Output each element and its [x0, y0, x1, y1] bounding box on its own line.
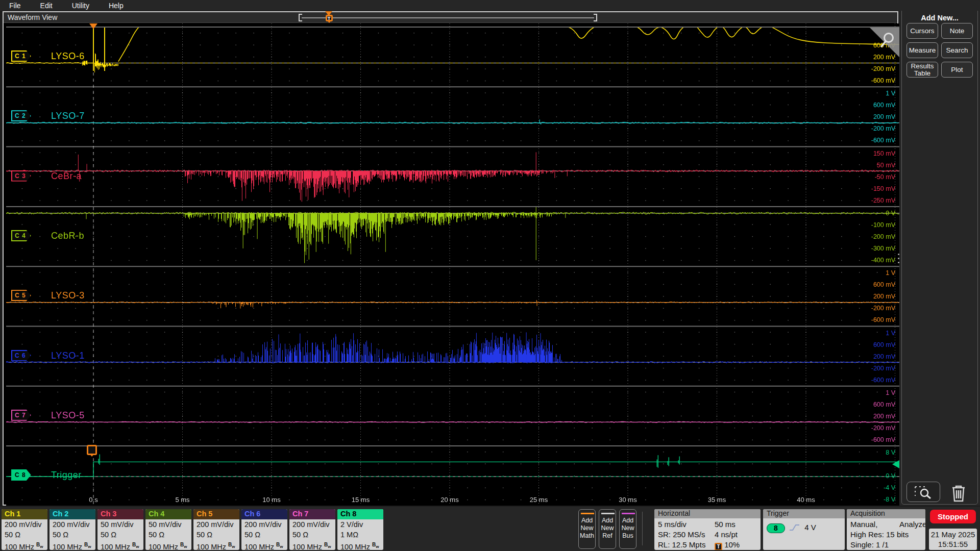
add-new-panel	[901, 9, 978, 505]
acquisition-highres: High Res: 15 bits	[850, 530, 925, 540]
date-label: 21 May 2025	[929, 530, 977, 539]
add-new-title: Add New...	[899, 14, 980, 22]
channel-name-c6[interactable]: LYSO-1	[51, 350, 85, 361]
delete-all-button[interactable]	[948, 483, 969, 505]
sidebar-button-measure[interactable]: Measure	[906, 42, 938, 58]
channel-settings-badge-ch5[interactable]: Ch 5200 mV/div50 Ω100 MHz Bw	[193, 509, 239, 550]
scale-label-c2-0: 1 V	[860, 90, 895, 97]
channel-name-c1[interactable]: LYSO-6	[51, 51, 85, 62]
channel-impedance: 50 Ω	[244, 530, 287, 540]
menu-item-help[interactable]: Help	[109, 2, 124, 10]
time-axis-label-0: 0 s	[78, 496, 109, 504]
channel-bandwidth: 100 MHz Bw	[197, 540, 239, 550]
waveform-plot-area[interactable]: C 1LYSO-6600 mV200 mV-200 mV-600 mVC 2LY…	[6, 23, 899, 506]
channel-settings-header-ch4: Ch 4	[145, 509, 191, 519]
record-overview-bar[interactable]: T	[299, 13, 597, 22]
scale-label-c7-3: -200 mV	[860, 424, 895, 432]
add-new-bus-button[interactable]: AddNewBus	[619, 509, 636, 549]
horizontal-record-length: RL: 12.5 Mpts	[658, 540, 705, 549]
channel-name-c4[interactable]: CebR-b	[51, 231, 84, 241]
right-sidebar: Add New... CursorsNoteMeasureSearchResul…	[899, 11, 980, 506]
channel-settings-badge-ch3[interactable]: Ch 350 mV/div50 Ω100 MHz Bw	[97, 509, 143, 550]
acquisition-single: Single: 1 /1	[850, 540, 925, 550]
rising-edge-icon	[789, 523, 800, 532]
bandwidth-limit-badge: Bw	[84, 542, 91, 547]
channel-bandwidth: 100 MHz Bw	[149, 540, 191, 550]
horizontal-resolution: 4 ns/pt	[715, 530, 738, 540]
horizontal-scale: 5 ms/div	[658, 520, 687, 529]
channel-impedance: 50 Ω	[149, 530, 191, 540]
trigger-point-flag[interactable]	[87, 445, 97, 455]
channel-impedance: 1 MΩ	[340, 530, 383, 540]
horizontal-trigger-position: 10%	[724, 540, 740, 549]
bandwidth-limit-badge: Bw	[132, 542, 139, 547]
channel-scale: 2 V/div	[340, 520, 383, 530]
add-new-ref-button[interactable]: AddNewRef	[599, 509, 616, 549]
channel-scale: 200 mV/div	[53, 520, 95, 530]
sidebar-button-search[interactable]: Search	[941, 42, 973, 58]
scale-label-c2-3: -200 mV	[860, 125, 895, 132]
channel-scale: 200 mV/div	[197, 520, 239, 530]
trigger-level-value: 4 V	[804, 523, 816, 532]
horizontal-panel-title: Horizontal	[654, 509, 761, 518]
time-label: 15:51:55	[929, 539, 977, 549]
menu-item-edit[interactable]: Edit	[40, 2, 53, 10]
channel-bandwidth: 100 MHz Bw	[340, 540, 383, 550]
overview-right-bracket[interactable]	[594, 14, 597, 21]
channel-name-c8[interactable]: Trigger	[51, 470, 82, 481]
sidebar-button-plot[interactable]: Plot	[941, 62, 973, 78]
waveform-canvas[interactable]	[6, 23, 899, 506]
channel-impedance: 50 Ω	[101, 530, 143, 540]
channel-settings-badge-ch2[interactable]: Ch 2200 mV/div50 Ω100 MHz Bw	[50, 509, 95, 550]
sidebar-button-cursors[interactable]: Cursors	[906, 23, 938, 39]
channel-bandwidth: 100 MHz Bw	[5, 540, 47, 550]
channel-settings-badge-ch4[interactable]: Ch 450 mV/div50 Ω100 MHz Bw	[145, 509, 191, 550]
channel-settings-badge-ch1[interactable]: Ch 1200 mV/div50 Ω100 MHz Bw	[2, 509, 47, 550]
channel-bandwidth: 100 MHz Bw	[101, 540, 143, 550]
scale-label-c4-4: -400 mV	[860, 257, 895, 264]
scale-label-c4-1: -100 mV	[860, 221, 895, 229]
channel-name-c7[interactable]: LYSO-5	[51, 410, 85, 421]
time-axis-label-4: 20 ms	[434, 496, 465, 504]
trigger-level-arrow-icon[interactable]	[888, 460, 899, 468]
horizontal-sample-rate: SR: 250 MS/s	[658, 530, 705, 539]
time-axis-label-6: 30 ms	[612, 496, 643, 504]
zoom-select-button[interactable]	[906, 482, 940, 502]
trigger-source-badge: 8	[767, 523, 785, 533]
time-axis-label-3: 15 ms	[346, 496, 376, 504]
channel-settings-badge-ch7[interactable]: Ch 7200 mV/div50 Ω100 MHz Bw	[289, 509, 335, 550]
scale-label-c8-2: 0 V	[860, 472, 895, 480]
channel-settings-badge-ch6[interactable]: Ch 6200 mV/div50 Ω100 MHz Bw	[241, 509, 287, 550]
horizontal-window: 50 ms	[715, 519, 736, 530]
scale-label-c3-4: -250 mV	[860, 197, 895, 204]
menu-item-utility[interactable]: Utility	[72, 2, 89, 10]
add-new-math-button[interactable]: AddNewMath	[578, 509, 596, 549]
channel-name-c3[interactable]: CeBr-a	[51, 171, 82, 182]
trigger-panel[interactable]: Trigger 8 4 V	[763, 509, 845, 550]
panel-splitter-handle[interactable]	[898, 251, 900, 266]
horizontal-trigger-icon: T	[715, 543, 722, 550]
overview-left-bracket[interactable]	[299, 14, 302, 21]
run-stop-status-button[interactable]: Stopped	[930, 510, 976, 523]
scale-label-c6-2: 200 mV	[860, 353, 895, 360]
channel-scale: 50 mV/div	[149, 520, 191, 530]
sidebar-button-results-table[interactable]: Results Table	[906, 62, 938, 78]
scale-label-c7-2: 200 mV	[860, 413, 895, 420]
channel-name-c5[interactable]: LYSO-3	[51, 290, 85, 301]
overview-line	[302, 17, 594, 18]
channel-bandwidth: 100 MHz Bw	[244, 540, 287, 550]
trash-icon	[948, 483, 969, 503]
scale-label-c4-0: 0 V	[860, 210, 895, 217]
horizontal-panel[interactable]: Horizontal 5 ms/div 50 ms SR: 250 MS/s 4…	[654, 509, 761, 550]
acquisition-panel[interactable]: Acquisition Manual, Analyze High Res: 15…	[847, 509, 925, 550]
trigger-position-marker-icon[interactable]	[89, 23, 97, 33]
channel-impedance: 50 Ω	[292, 530, 335, 540]
channel-scale: 200 mV/div	[292, 520, 335, 530]
overview-trigger-flag[interactable]: T	[326, 15, 333, 21]
channel-name-c2[interactable]: LYSO-7	[51, 111, 85, 121]
menu-item-file[interactable]: File	[9, 2, 21, 10]
zoom-corner-icon[interactable]	[870, 28, 899, 57]
scale-label-c2-1: 600 mV	[860, 102, 895, 109]
channel-settings-badge-ch8[interactable]: Ch 82 V/div1 MΩ100 MHz Bw	[337, 509, 383, 550]
sidebar-button-note[interactable]: Note	[941, 23, 973, 39]
